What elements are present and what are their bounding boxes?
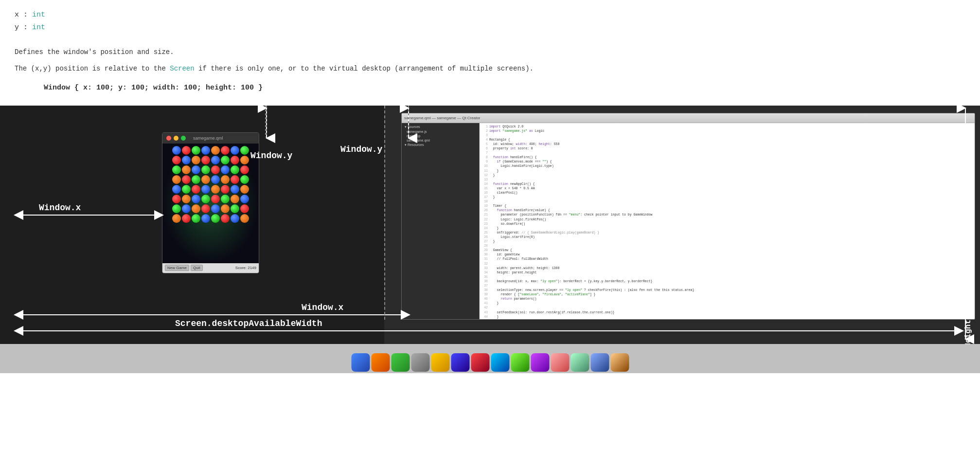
ball [221,214,230,223]
ball [172,204,181,213]
type-x: int [32,11,45,19]
ide-code-line-11: 11 } [481,169,973,173]
dock-icon-14[interactable] [610,353,629,372]
ball [182,146,191,155]
ide-code-line-23: 23 so.downfire() [481,222,973,226]
ide-code-line-20: 20 function handleFire(value) { [481,208,973,213]
ball [231,185,239,194]
ball [221,175,230,184]
ball [182,185,191,194]
dock-icon-10[interactable] [531,353,549,372]
ball [221,165,230,174]
para2: The (x,y) position is relative to the Sc… [15,63,965,75]
ball [192,214,200,223]
ide-code-line-42: 42 [481,306,973,310]
new-game-button[interactable]: New Game [165,265,189,271]
ide-code-line-34: 34 height: parent.height [481,271,973,275]
ide-code-line-28: 28 [481,244,973,248]
ide-code-line-5: 5 id: window; width: 490; height: 550 [481,142,973,146]
ball [231,204,239,213]
para2-pre: The (x,y) position is relative to the [15,65,170,72]
game-window-footer: New Game Quit Score: 2149 [162,263,259,273]
ball [240,204,249,213]
ide-code-line-4: 4Rectangle { [481,138,973,142]
right-panel: samegame.qml — samegame — Qt Creator ▾ S… [384,106,980,344]
ide-code-line-41: 41 } [481,301,973,306]
ide-statusbar: Ready [402,319,975,320]
dock-icon-6[interactable] [451,353,469,372]
ide-code-line-13: 13 [481,178,973,182]
ball [172,185,181,194]
ide-code-line-3: 3 [481,133,973,138]
code-example-body: { x: 100; y: 100; width: 100; height: 10… [74,84,263,92]
dock-icon-12[interactable] [570,353,589,372]
ball [172,175,181,184]
ide-code-line-29: 29 GameView { [481,248,973,253]
ball-row-7 [165,204,256,213]
ball [231,165,239,174]
dock-icon-4[interactable] [411,353,429,372]
dock-icon-11[interactable] [551,353,569,372]
ide-code-line-7: 7 [481,151,973,155]
dock-icon-8[interactable] [491,353,509,372]
ide-code-line-39: 39 render { ["sameLava", "fireLava", "ac… [481,292,973,297]
ide-sidebar-item: ▾ Sources [403,125,478,129]
screen-link[interactable]: Screen [170,65,194,72]
quit-button[interactable]: Quit [191,265,203,271]
ide-code-line-31: 31 // fullPool: fullBoardWidth [481,257,973,261]
ball [211,146,220,155]
ball [231,195,239,203]
ball [182,195,191,203]
game-window-titlebar: samegame.qml [162,133,259,144]
diagram-container: samegame.qml — samegame — Qt Creator ▾ S… [0,106,980,344]
ball [172,156,181,164]
game-content [162,144,259,263]
ball [211,204,220,213]
ide-code-line-17: 17 } [481,195,973,199]
para1: Defines the window's position and size. [15,47,965,58]
ball [172,214,181,223]
ball [192,185,200,194]
dock-icon-1[interactable] [351,353,370,372]
ide-sidebar: ▾ Sources samegame.js main.cpp samegame.… [402,123,480,319]
balls-grid [165,146,256,224]
ide-code-line-10: 10 Logic.handleFire(Logic.type) [481,164,973,168]
ball [221,185,230,194]
ball-row-8 [165,214,256,223]
ball [192,165,200,174]
ide-code-line-15: 15 var x = 540 * 0.5 AA [481,186,973,191]
ball [201,214,210,223]
ide-code-line-37: 37 [481,284,973,288]
ball [211,156,220,164]
dock-icon-5[interactable] [431,353,449,372]
ball [221,156,230,164]
ide-code-panel: 1import QtQuick 2.0 2import "samegame.js… [480,123,975,319]
game-window-title: samegame.qml [193,136,223,141]
ball-row-2 [165,156,256,164]
ide-sidebar-item-5: ▾ Resources [403,143,478,147]
dock-icon-9[interactable] [511,353,529,372]
panel-divider [384,106,385,320]
ide-sidebar-item-4: samegame.qml [403,138,478,143]
ball [192,156,200,164]
dock-icon-13[interactable] [590,353,609,372]
ide-code-line-27: 27 } [481,239,973,244]
ide-code-line-44: 44 } [481,315,973,319]
dock-icon-3[interactable] [391,353,410,372]
ide-titlebar: samegame.qml — samegame — Qt Creator [402,113,975,123]
ball [211,195,220,203]
ball [192,175,200,184]
dock-icon-2[interactable] [371,353,390,372]
ball [221,195,230,203]
ide-code-line-24: 24 } [481,226,973,231]
ide-sidebar-item-2: samegame.js [403,129,478,134]
colon-y: : [23,23,32,32]
ball [201,156,210,164]
ball [240,185,249,194]
ball [211,214,220,223]
ball [182,165,191,174]
ball [172,165,181,174]
bottom-bar [0,344,980,373]
dock-icon-7[interactable] [471,353,489,372]
ide-code-line-40: 40 return parameters() [481,297,973,301]
